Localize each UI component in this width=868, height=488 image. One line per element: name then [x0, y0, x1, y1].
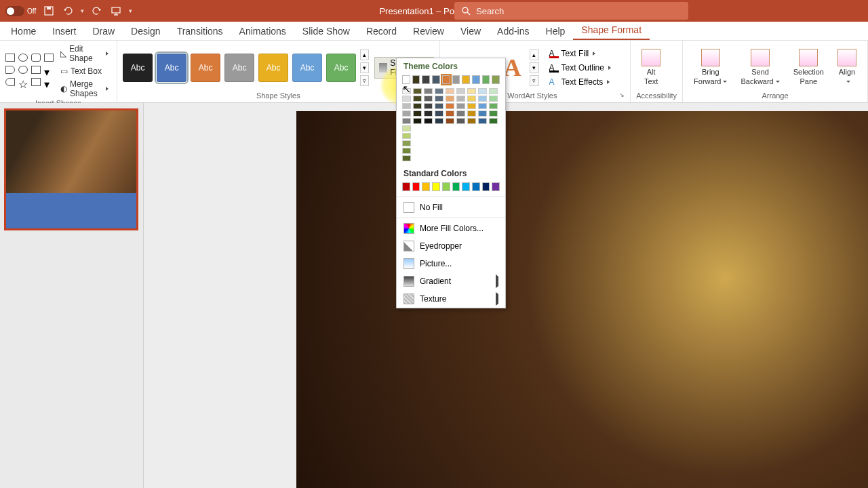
tint-swatch[interactable] [478, 118, 487, 124]
tint-swatch[interactable] [413, 88, 422, 94]
tint-swatch[interactable] [467, 88, 476, 94]
text-outline-button[interactable]: AText Outline [545, 62, 616, 74]
tint-swatch[interactable] [478, 103, 487, 109]
tab-help[interactable]: Help [538, 22, 574, 40]
no-fill-item[interactable]: No Fill [397, 199, 505, 216]
bring-forward-button[interactable]: Bring Forward [688, 46, 732, 88]
send-backward-button[interactable]: Send Backward [735, 46, 785, 88]
more-fill-colors-item[interactable]: More Fill Colors... [397, 220, 505, 237]
gradient-fill-item[interactable]: Gradient [397, 272, 505, 290]
tint-swatch[interactable] [402, 96, 411, 102]
redo-icon[interactable] [91, 5, 103, 17]
undo-icon[interactable] [62, 5, 74, 17]
tint-swatch[interactable] [402, 110, 411, 117]
gallery-down-icon[interactable]: ▾ [360, 62, 369, 73]
text-fill-button[interactable]: AText Fill [545, 47, 616, 60]
tab-add-ins[interactable]: Add-ins [489, 22, 537, 40]
tab-slide-show[interactable]: Slide Show [294, 22, 358, 40]
shape-style-swatch[interactable]: Abc [123, 54, 153, 82]
undo-dropdown-icon[interactable]: ▾ [81, 7, 84, 14]
tint-swatch[interactable] [435, 88, 443, 94]
tint-swatch[interactable] [413, 118, 422, 124]
shape-style-swatch[interactable]: Abc [191, 54, 220, 82]
standard-color-swatch[interactable] [492, 182, 500, 191]
shape-style-swatch[interactable]: Abc [224, 54, 254, 82]
standard-color-swatch[interactable] [402, 182, 410, 191]
tint-swatch[interactable] [446, 118, 454, 124]
tint-swatch[interactable] [402, 148, 411, 154]
tint-swatch[interactable] [489, 96, 498, 102]
text-effects-button[interactable]: AText Effects [545, 76, 616, 88]
standard-color-swatch[interactable] [452, 182, 460, 191]
shape-gallery[interactable]: ▾ ☆▾ [5, 54, 55, 89]
shape-style-swatch[interactable]: Abc [292, 54, 322, 82]
gallery-more-icon[interactable]: ▿ [360, 75, 369, 86]
tint-swatch[interactable] [402, 88, 411, 94]
tint-swatch[interactable] [402, 103, 411, 109]
tint-swatch[interactable] [435, 118, 443, 124]
tab-animations[interactable]: Animations [231, 22, 294, 40]
tab-design[interactable]: Design [123, 22, 169, 40]
tint-swatch[interactable] [489, 110, 498, 117]
standard-color-swatch[interactable] [432, 182, 440, 191]
theme-color-swatch[interactable] [472, 75, 480, 84]
standard-color-swatch[interactable] [472, 182, 480, 191]
tint-swatch[interactable] [402, 133, 411, 139]
tab-shape-format[interactable]: Shape Format [573, 20, 650, 40]
align-button[interactable]: Align [832, 46, 862, 88]
tab-view[interactable]: View [452, 22, 489, 40]
tint-swatch[interactable] [424, 110, 433, 117]
slide-thumbnail[interactable] [4, 108, 138, 230]
merge-shapes-button[interactable]: ◐Merge Shapes [58, 79, 111, 99]
tab-insert[interactable]: Insert [44, 22, 84, 40]
search-box[interactable]: Search [454, 2, 688, 20]
text-box-button[interactable]: ▭Text Box [58, 66, 111, 77]
tint-swatch[interactable] [456, 96, 465, 102]
tint-swatch[interactable] [424, 118, 433, 124]
theme-color-swatch[interactable] [442, 75, 450, 84]
tint-swatch[interactable] [446, 110, 454, 117]
slide-canvas[interactable] [144, 103, 868, 488]
tint-swatch[interactable] [478, 88, 487, 94]
tint-swatch[interactable] [489, 88, 498, 94]
texture-fill-item[interactable]: Texture [397, 290, 505, 308]
selection-pane-button[interactable]: Selection Pane [788, 46, 829, 88]
tint-swatch[interactable] [435, 110, 443, 117]
standard-color-swatch[interactable] [412, 182, 420, 191]
theme-color-swatch[interactable] [482, 75, 490, 84]
tab-draw[interactable]: Draw [84, 22, 123, 40]
alt-text-button[interactable]: Alt Text [636, 46, 666, 88]
gallery-up-icon[interactable]: ▴ [360, 49, 369, 60]
tint-swatch[interactable] [424, 103, 433, 109]
tint-swatch[interactable] [435, 96, 443, 102]
tint-swatch[interactable] [478, 96, 487, 102]
tint-swatch[interactable] [446, 96, 454, 102]
eyedropper-item[interactable]: Eyedropper [397, 237, 505, 255]
standard-color-swatch[interactable] [422, 182, 430, 191]
tint-swatch[interactable] [467, 110, 476, 117]
shape-style-swatch[interactable]: Abc [258, 54, 288, 82]
wordart-sample[interactable]: A [504, 54, 521, 82]
tint-swatch[interactable] [413, 110, 422, 117]
tint-swatch[interactable] [424, 96, 433, 102]
tint-swatch[interactable] [446, 88, 454, 94]
standard-color-swatch[interactable] [482, 182, 490, 191]
tab-record[interactable]: Record [358, 22, 405, 40]
tint-swatch[interactable] [456, 118, 465, 124]
tint-swatch[interactable] [467, 103, 476, 109]
tint-swatch[interactable] [489, 118, 498, 124]
theme-color-swatch[interactable] [492, 75, 500, 84]
tab-home[interactable]: Home [3, 22, 44, 40]
tint-swatch[interactable] [402, 125, 411, 131]
theme-color-swatch[interactable] [412, 75, 420, 84]
tint-swatch[interactable] [446, 103, 454, 109]
save-icon[interactable] [43, 5, 55, 17]
theme-color-swatch[interactable] [422, 75, 430, 84]
tint-swatch[interactable] [424, 88, 433, 94]
qat-more-icon[interactable]: ▾ [129, 7, 132, 14]
shape-style-swatch[interactable]: Abc [157, 54, 186, 82]
standard-color-swatch[interactable] [442, 182, 450, 191]
tint-swatch[interactable] [435, 103, 443, 109]
shape-style-gallery[interactable]: AbcAbcAbcAbcAbcAbcAbc [123, 54, 356, 82]
theme-color-swatch[interactable] [452, 75, 460, 84]
